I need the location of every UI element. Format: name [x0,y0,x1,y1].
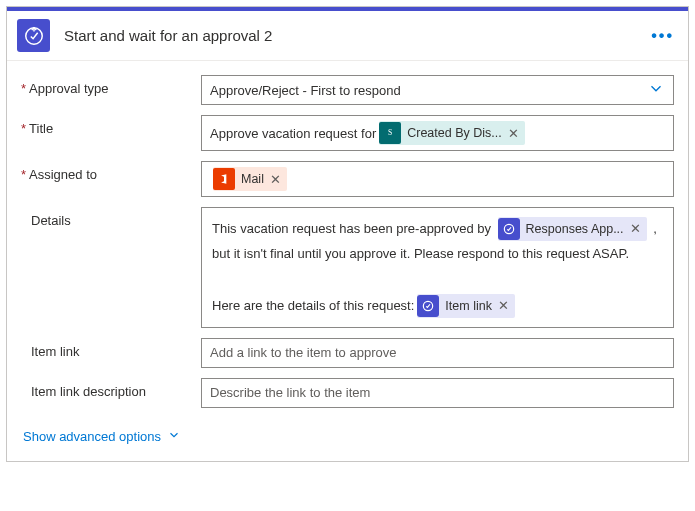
title-input[interactable]: Approve vacation request for S Created B… [201,115,674,151]
token-remove-icon[interactable]: ✕ [498,295,509,317]
label-assigned-to: Assigned to [21,161,201,182]
token-label: Responses App... [526,218,624,240]
token-remove-icon[interactable]: ✕ [508,126,519,141]
details-text: , [653,221,657,236]
row-item-link: Item link [21,338,674,368]
token-responses-app[interactable]: Responses App... ✕ [498,217,647,241]
advanced-label: Show advanced options [23,429,161,444]
row-details: Details This vacation request has been p… [21,207,674,328]
label-title: Title [21,115,201,136]
approvals-icon [17,19,50,52]
item-link-desc-text-input[interactable] [210,385,665,400]
card-header[interactable]: Start and wait for an approval 2 ••• [7,7,688,61]
details-text: This vacation request has been pre-appro… [212,221,491,236]
details-text: Here are the details of this request: [212,295,414,317]
chevron-down-icon [167,428,181,445]
item-link-desc-input[interactable] [201,378,674,408]
card-body: Approval type Approve/Reject - First to … [7,61,688,461]
label-item-link: Item link [21,338,201,359]
row-approval-type: Approval type Approve/Reject - First to … [21,75,674,105]
row-title: Title Approve vacation request for S Cre… [21,115,674,151]
token-created-by[interactable]: S Created By Dis... ✕ [379,121,524,145]
token-label: Mail [241,172,264,186]
token-mail[interactable]: Mail ✕ [213,167,287,191]
label-approval-type: Approval type [21,75,201,96]
details-input[interactable]: This vacation request has been pre-appro… [201,207,674,328]
title-prefix-text: Approve vacation request for [210,126,376,141]
item-link-input[interactable] [201,338,674,368]
svg-text:S: S [388,128,392,137]
card-menu-button[interactable]: ••• [649,23,676,49]
sharepoint-icon: S [379,122,401,144]
approval-action-card: Start and wait for an approval 2 ••• App… [6,6,689,462]
token-item-link[interactable]: Item link ✕ [417,294,515,318]
office-icon [213,168,235,190]
assigned-to-input[interactable]: Mail ✕ [201,161,674,197]
label-details: Details [21,207,201,228]
token-remove-icon[interactable]: ✕ [630,218,641,240]
card-title: Start and wait for an approval 2 [50,27,649,44]
token-label: Item link [445,295,492,317]
details-text: but it isn't final until you approve it.… [212,246,629,261]
approval-type-select[interactable]: Approve/Reject - First to respond [201,75,674,105]
item-link-text-input[interactable] [210,345,665,360]
show-advanced-options-link[interactable]: Show advanced options [23,428,181,445]
row-item-link-desc: Item link description [21,378,674,408]
chevron-down-icon [647,80,665,101]
token-label: Created By Dis... [407,126,501,140]
row-assigned-to: Assigned to Mail ✕ [21,161,674,197]
label-item-link-desc: Item link description [21,378,201,399]
approval-type-value: Approve/Reject - First to respond [210,83,401,98]
approvals-icon [417,295,439,317]
token-remove-icon[interactable]: ✕ [270,172,281,187]
approvals-icon [498,218,520,240]
